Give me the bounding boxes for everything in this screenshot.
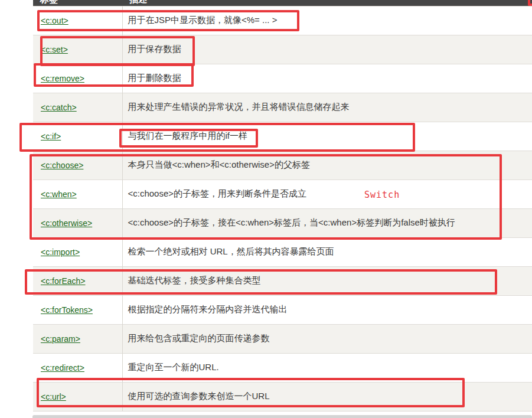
- tag-link[interactable]: <c:otherwise>: [41, 218, 92, 228]
- table-row: <c:when><c:choose>的子标签，用来判断条件是否成立: [33, 179, 532, 208]
- tag-cell: <c:choose>: [33, 151, 122, 179]
- description-cell: 用来处理产生错误的异常状况，并且将错误信息储存起来: [122, 93, 532, 122]
- description-cell: 用于删除数据: [122, 64, 532, 93]
- column-header-description: 描述: [122, 0, 532, 6]
- tag-cell: <c:when>: [33, 179, 122, 208]
- tag-cell: <c:if>: [33, 122, 122, 151]
- tag-cell: <c:set>: [33, 35, 122, 64]
- tag-description: 根据指定的分隔符来分隔内容并迭代输出: [128, 304, 288, 314]
- tag-link[interactable]: <c:import>: [41, 247, 80, 257]
- table-row: <c:choose>本身只当做<c:when>和<c:otherwise>的父标…: [33, 151, 532, 179]
- description-cell: <c:choose>的子标签，用来判断条件是否成立: [122, 179, 532, 208]
- tag-link[interactable]: <c:forTokens>: [41, 305, 93, 315]
- tag-description: <c:choose>的子标签，接在<c:when>标签后，当<c:when>标签…: [128, 217, 455, 227]
- tag-link[interactable]: <c:forEach>: [41, 276, 86, 286]
- tag-link[interactable]: <c:url>: [41, 392, 66, 401]
- tag-description: 使用可选的查询参数来创造一个URL: [128, 391, 270, 401]
- jstl-core-tags-table: 标签 描述 <c:out>用于在JSP中显示数据，就像<%= ... ><c:s…: [33, 0, 532, 412]
- description-cell: 检索一个绝对或相对 URL，然后将其内容暴露给页面: [122, 237, 532, 266]
- description-cell: 本身只当做<c:when>和<c:otherwise>的父标签: [122, 151, 532, 179]
- tag-description: 用来给包含或重定向的页面传递参数: [128, 333, 270, 343]
- table-row: <c:forEach>基础迭代标签，接受多种集合类型: [33, 266, 532, 295]
- tag-link[interactable]: <c:if>: [41, 132, 61, 141]
- table-row: <c:if>与我们在一般程序中用的if一样: [33, 122, 532, 151]
- table-row: <c:catch>用来处理产生错误的异常状况，并且将错误信息储存起来: [33, 93, 532, 122]
- description-cell: <c:choose>的子标签，接在<c:when>标签后，当<c:when>标签…: [122, 208, 532, 237]
- table-row: <c:remove>用于删除数据: [33, 64, 532, 93]
- tag-cell: <c:remove>: [33, 64, 122, 93]
- bottom-divider-bar: [32, 415, 532, 418]
- description-cell: 用来给包含或重定向的页面传递参数: [122, 324, 532, 353]
- tag-link[interactable]: <c:when>: [41, 190, 77, 199]
- tag-description: 用于删除数据: [128, 73, 181, 83]
- tag-description: 本身只当做<c:when>和<c:otherwise>的父标签: [128, 159, 310, 169]
- tag-description: 与我们在一般程序中用的if一样: [128, 130, 248, 141]
- tag-cell: <c:redirect>: [33, 353, 122, 382]
- description-cell: 与我们在一般程序中用的if一样: [122, 122, 532, 151]
- table-row: <c:forTokens>根据指定的分隔符来分隔内容并迭代输出: [33, 295, 532, 324]
- tag-cell: <c:url>: [33, 382, 122, 411]
- tag-description: 基础迭代标签，接受多种集合类型: [128, 275, 261, 285]
- tag-description: 检索一个绝对或相对 URL，然后将其内容暴露给页面: [128, 246, 334, 256]
- table-header: 标签 描述: [33, 0, 532, 6]
- tag-link[interactable]: <c:param>: [41, 334, 80, 344]
- table-row: <c:redirect>重定向至一个新的URL.: [33, 353, 532, 382]
- description-cell: 用于保存数据: [122, 35, 532, 64]
- page: 标签 描述 <c:out>用于在JSP中显示数据，就像<%= ... ><c:s…: [0, 0, 532, 418]
- table-row: <c:param>用来给包含或重定向的页面传递参数: [33, 324, 532, 353]
- tag-link[interactable]: <c:catch>: [41, 103, 77, 112]
- description-cell: 重定向至一个新的URL.: [122, 353, 532, 382]
- tag-description: <c:choose>的子标签，用来判断条件是否成立: [128, 188, 307, 198]
- column-header-tag: 标签: [33, 0, 122, 6]
- tag-link[interactable]: <c:remove>: [41, 74, 84, 83]
- tag-link[interactable]: <c:redirect>: [41, 363, 84, 373]
- header-row: 标签 描述: [33, 0, 532, 6]
- tag-cell: <c:catch>: [33, 93, 122, 122]
- tag-cell: <c:otherwise>: [33, 208, 122, 237]
- tag-description: 用于在JSP中显示数据，就像<%= ... >: [128, 15, 278, 25]
- tag-link[interactable]: <c:set>: [41, 45, 68, 54]
- tag-cell: <c:forEach>: [33, 266, 122, 295]
- tag-description: 重定向至一个新的URL.: [128, 362, 219, 372]
- tag-cell: <c:param>: [33, 324, 122, 353]
- tag-link[interactable]: <c:choose>: [41, 161, 83, 170]
- tag-link[interactable]: <c:out>: [41, 16, 68, 25]
- tag-description: 用于保存数据: [128, 44, 181, 54]
- table-row: <c:out>用于在JSP中显示数据，就像<%= ... >: [33, 6, 532, 35]
- tag-cell: <c:out>: [33, 6, 122, 35]
- tag-cell: <c:forTokens>: [33, 295, 122, 324]
- table-row: <c:import>检索一个绝对或相对 URL，然后将其内容暴露给页面: [33, 237, 532, 266]
- table-row: <c:url>使用可选的查询参数来创造一个URL: [33, 382, 532, 411]
- description-cell: 基础迭代标签，接受多种集合类型: [122, 266, 532, 295]
- description-cell: 用于在JSP中显示数据，就像<%= ... >: [122, 6, 532, 35]
- tag-description: 用来处理产生错误的异常状况，并且将错误信息储存起来: [128, 102, 350, 112]
- tag-cell: <c:import>: [33, 237, 122, 266]
- table-row: <c:set>用于保存数据: [33, 35, 532, 64]
- description-cell: 使用可选的查询参数来创造一个URL: [122, 382, 532, 411]
- table-row: <c:otherwise><c:choose>的子标签，接在<c:when>标签…: [33, 208, 532, 237]
- table-body: <c:out>用于在JSP中显示数据，就像<%= ... ><c:set>用于保…: [33, 6, 532, 411]
- description-cell: 根据指定的分隔符来分隔内容并迭代输出: [122, 295, 532, 324]
